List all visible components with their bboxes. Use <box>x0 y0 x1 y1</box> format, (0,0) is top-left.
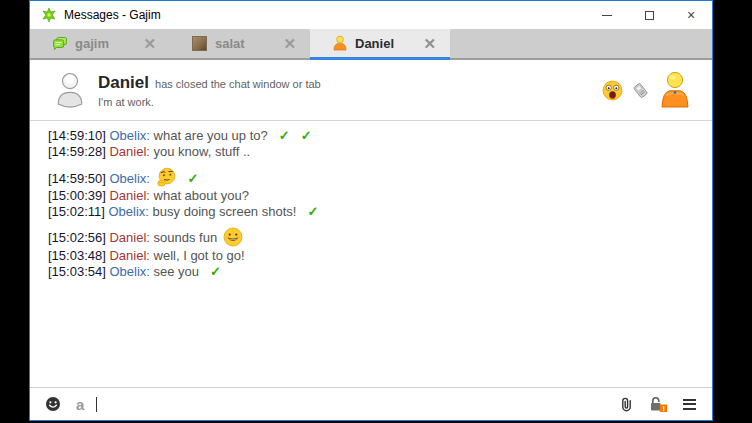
smile-emoji-icon <box>223 227 244 248</box>
composer-bar: a <box>30 387 712 420</box>
close-icon: × <box>687 8 695 22</box>
message-nick: Daniel: <box>109 230 149 245</box>
message-timestamp: [15:02:11] <box>48 204 105 219</box>
emoji-picker-icon[interactable] <box>45 396 61 412</box>
message-nick: Daniel: <box>109 248 149 263</box>
message-line: [15:02:11] Obelix: busy doing screen sho… <box>48 204 702 220</box>
minimize-button[interactable] <box>586 1 628 29</box>
astonished-emoji-icon <box>602 80 623 101</box>
message-nick: Daniel: <box>109 188 149 203</box>
close-button[interactable]: × <box>670 1 712 29</box>
contact-avatar-icon <box>658 71 692 109</box>
message-log[interactable]: [14:59:10] Obelix: what are you up to?✓✓… <box>30 121 712 387</box>
menu-icon[interactable] <box>683 399 696 410</box>
photo-avatar-icon <box>192 36 207 51</box>
tab-close-icon[interactable]: ✕ <box>139 36 160 51</box>
message-timestamp: [14:59:50] <box>48 171 106 186</box>
message-line: [14:59:50] Obelix: ✓ <box>48 167 702 188</box>
paperclip-icon[interactable] <box>619 396 634 413</box>
message-timestamp: [14:59:10] <box>48 128 106 143</box>
message-nick: Obelix: <box>109 128 149 143</box>
message-line: [15:03:54] Obelix: see you✓ <box>48 264 702 280</box>
delivered-check-icon: ✓ <box>279 128 290 143</box>
orange-avatar-icon <box>332 35 348 51</box>
message-text: well, I got to go! <box>154 248 245 263</box>
message-text: see you <box>154 264 200 279</box>
tab-label: gajim <box>75 36 109 51</box>
message-nick: Obelix: <box>109 264 149 279</box>
text-caret <box>96 397 97 412</box>
encryption-lock-icon[interactable] <box>649 396 668 413</box>
window-title: Messages - Gajim <box>64 8 161 22</box>
format-icon[interactable]: a <box>76 397 84 412</box>
delivered-check-icon: ✓ <box>307 204 318 219</box>
maximize-button[interactable] <box>628 1 670 29</box>
message-text: what about you? <box>154 188 249 203</box>
message-timestamp: [15:02:56] <box>48 230 106 245</box>
message-text: you know, stuff .. <box>154 144 251 159</box>
tab-gajim[interactable]: gajim ✕ <box>30 29 170 58</box>
message-group: [14:59:10] Obelix: what are you up to?✓✓… <box>48 128 702 160</box>
contact-event-text: has closed the chat window or tab <box>155 78 321 90</box>
desktop-background: Messages - Gajim × gajim ✕ s <box>0 0 752 423</box>
message-timestamp: [15:03:54] <box>48 264 106 279</box>
message-line: [15:00:39] Daniel: what about you? <box>48 188 702 204</box>
message-nick: Daniel: <box>109 144 149 159</box>
status-message: I'm at work. <box>98 96 321 108</box>
tab-label: Daniel <box>355 36 394 51</box>
delivered-check-icon: ✓ <box>188 171 199 186</box>
tab-close-icon[interactable]: ✕ <box>279 36 300 51</box>
phone-icon <box>630 79 651 100</box>
message-text: busy doing screen shots! <box>153 204 297 219</box>
message-line: [15:03:48] Daniel: well, I got to go! <box>48 248 702 264</box>
maximize-icon <box>645 11 654 20</box>
contact-banner: Daniel has closed the chat window or tab… <box>30 60 712 121</box>
message-text: sounds fun <box>154 230 218 245</box>
minimize-icon <box>602 15 612 16</box>
message-text: what are you up to? <box>154 128 268 143</box>
gajim-window: Messages - Gajim × gajim ✕ s <box>29 0 713 421</box>
default-avatar-icon <box>54 71 86 109</box>
tab-close-icon[interactable]: ✕ <box>419 36 440 51</box>
message-nick: Obelix: <box>109 171 149 186</box>
delivered-check-icon: ✓ <box>210 264 221 279</box>
message-timestamp: [14:59:28] <box>48 144 106 159</box>
message-input[interactable] <box>96 388 619 420</box>
message-line: [14:59:28] Daniel: you know, stuff .. <box>48 144 702 160</box>
contact-name: Daniel <box>98 73 149 93</box>
tab-daniel[interactable]: Daniel ✕ <box>310 29 450 60</box>
thinking-emoji-icon <box>156 167 177 188</box>
message-nick: Obelix: <box>109 204 149 219</box>
message-line: [14:59:10] Obelix: what are you up to?✓✓ <box>48 128 702 144</box>
gajim-app-icon <box>41 7 57 23</box>
tab-label: salat <box>215 36 245 51</box>
tab-bar: gajim ✕ salat ✕ Daniel ✕ <box>30 29 712 60</box>
message-timestamp: [15:03:48] <box>48 248 106 263</box>
message-group: [14:59:50] Obelix: ✓[15:00:39] Daniel: w… <box>48 167 702 220</box>
delivered-check-icon: ✓ <box>301 128 312 143</box>
titlebar[interactable]: Messages - Gajim × <box>30 1 712 29</box>
tab-salat[interactable]: salat ✕ <box>170 29 310 58</box>
chat-bubbles-icon <box>52 36 68 52</box>
message-group: [15:02:56] Daniel: sounds fun [15:03:48]… <box>48 227 702 280</box>
message-line: [15:02:56] Daniel: sounds fun <box>48 227 702 248</box>
message-timestamp: [15:00:39] <box>48 188 106 203</box>
